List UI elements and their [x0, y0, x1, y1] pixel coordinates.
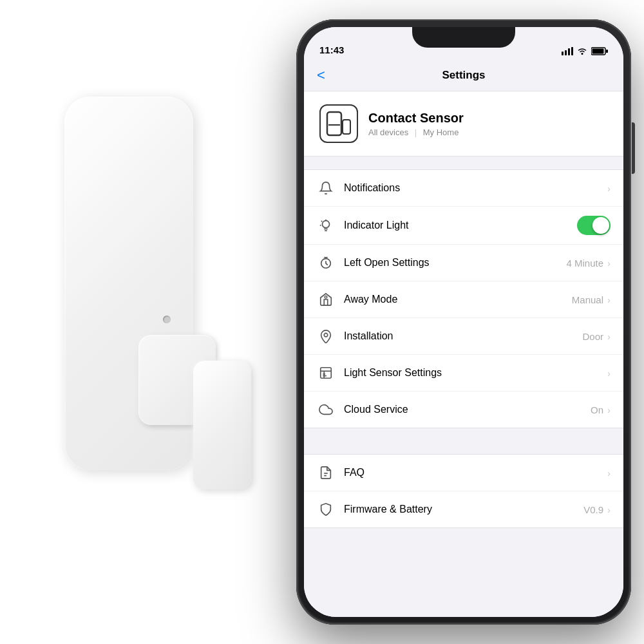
phone-frame-wrapper: 11:43	[296, 19, 631, 625]
svg-point-4	[582, 53, 583, 55]
nav-title: Settings	[442, 69, 485, 82]
wifi-icon	[576, 46, 588, 55]
device-info: Contact Sensor All devices | My Home	[368, 111, 464, 137]
settings-content: Contact Sensor All devices | My Home	[304, 91, 623, 617]
svg-rect-1	[565, 50, 567, 55]
svg-point-16	[325, 296, 327, 299]
settings-item-left-open[interactable]: Left Open Settings 4 Minute ›	[304, 245, 623, 281]
installation-label: Installation	[344, 330, 582, 342]
settings-group-1: Notifications ›	[304, 169, 623, 428]
svg-rect-8	[327, 112, 341, 135]
settings-item-cloud-service[interactable]: Cloud Service On ›	[304, 392, 623, 428]
svg-rect-7	[606, 50, 608, 53]
home-icon	[317, 290, 335, 308]
battery-icon	[591, 47, 608, 55]
installation-value: Door	[582, 331, 603, 342]
physical-device: SwitchBot	[26, 97, 258, 547]
settings-item-installation[interactable]: Installation Door ›	[304, 318, 623, 355]
timer-icon	[317, 254, 335, 272]
settings-item-indicator-light[interactable]: Indicator Light	[304, 207, 623, 245]
device-header: Contact Sensor All devices | My Home	[304, 91, 623, 156]
firmware-chevron: ›	[607, 504, 611, 515]
faq-label: FAQ	[344, 467, 607, 478]
settings-item-away-mode[interactable]: Away Mode Manual ›	[304, 281, 623, 318]
svg-rect-6	[592, 48, 604, 53]
device-breadcrumb: All devices | My Home	[368, 128, 464, 137]
section-gap	[304, 428, 623, 441]
settings-group-2: FAQ › Firmware & Battery V0.9 ›	[304, 454, 623, 528]
installation-chevron: ›	[607, 331, 611, 342]
indicator-light-toggle[interactable]	[577, 216, 611, 235]
away-mode-chevron: ›	[607, 294, 611, 305]
left-open-chevron: ›	[607, 258, 611, 269]
status-icons	[562, 46, 608, 55]
shield-icon	[317, 500, 335, 518]
away-mode-label: Away Mode	[344, 294, 572, 305]
bulb-icon	[317, 216, 335, 234]
settings-item-firmware[interactable]: Firmware & Battery V0.9 ›	[304, 491, 623, 527]
notifications-chevron: ›	[607, 183, 611, 194]
sensor-main-body: SwitchBot	[64, 97, 193, 470]
settings-item-faq[interactable]: FAQ ›	[304, 455, 623, 491]
away-mode-value: Manual	[572, 294, 603, 305]
phone-screen: 11:43	[304, 27, 623, 617]
settings-item-light-sensor[interactable]: Light Sensor Settings ›	[304, 355, 623, 392]
svg-rect-3	[571, 47, 573, 55]
location-icon	[317, 327, 335, 345]
phone-notch	[412, 27, 515, 48]
svg-rect-18	[321, 368, 332, 379]
phone-frame: 11:43	[296, 19, 631, 625]
chart-icon	[317, 364, 335, 382]
left-open-label: Left Open Settings	[344, 257, 566, 269]
signal-icon	[562, 47, 573, 55]
sensor-led	[163, 316, 171, 323]
back-button[interactable]: <	[317, 67, 325, 84]
svg-line-13	[321, 221, 322, 222]
svg-rect-2	[568, 48, 570, 55]
status-time: 11:43	[319, 44, 344, 55]
cloud-service-chevron: ›	[607, 404, 611, 415]
indicator-light-label: Indicator Light	[344, 220, 577, 231]
svg-rect-0	[562, 52, 564, 55]
cloud-service-value: On	[591, 404, 603, 415]
bell-icon	[317, 179, 335, 197]
svg-point-17	[324, 333, 328, 337]
cloud-service-label: Cloud Service	[344, 404, 591, 415]
light-sensor-label: Light Sensor Settings	[344, 367, 607, 379]
firmware-value: V0.9	[583, 504, 603, 515]
settings-nav-bar: < Settings	[304, 59, 623, 91]
svg-rect-10	[343, 120, 350, 134]
faq-icon	[317, 464, 335, 482]
device-icon-box	[319, 104, 358, 143]
firmware-label: Firmware & Battery	[344, 504, 583, 515]
settings-item-notifications[interactable]: Notifications ›	[304, 170, 623, 207]
device-name: Contact Sensor	[368, 111, 464, 126]
contact-sensor-icon	[323, 108, 354, 139]
cloud-icon	[317, 401, 335, 419]
svg-point-11	[323, 221, 330, 228]
light-sensor-chevron: ›	[607, 368, 611, 379]
left-open-value: 4 Minute	[566, 258, 603, 269]
sensor-magnet	[193, 361, 251, 489]
faq-chevron: ›	[607, 468, 611, 478]
notifications-label: Notifications	[344, 182, 607, 194]
